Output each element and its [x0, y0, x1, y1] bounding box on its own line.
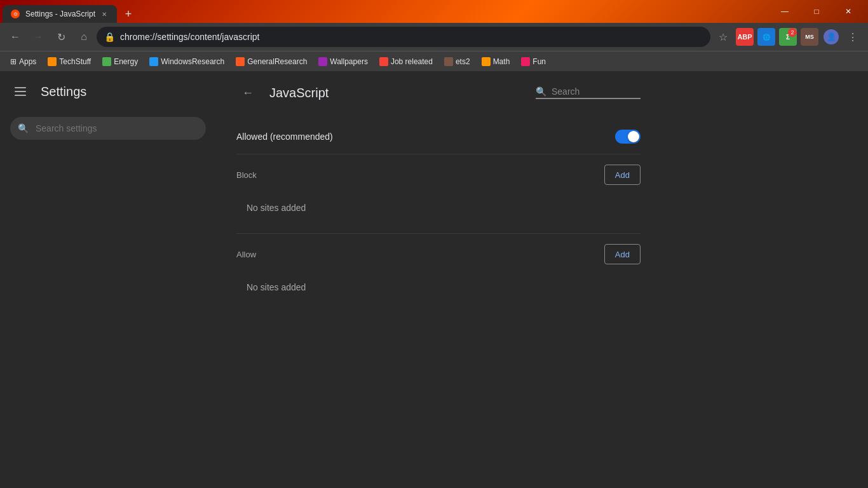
settings-main-content: ← JavaScript 🔍 Allowed (recommended) Blo…	[216, 71, 868, 488]
techstuff-favicon	[48, 57, 57, 66]
bookmark-wallpapers-label: Wallpapers	[330, 57, 368, 66]
extension-badge: 2	[788, 28, 797, 37]
bookmark-generalresearch[interactable]: GeneralResearch	[231, 55, 312, 69]
ets2-favicon	[444, 57, 453, 66]
address-text: chrome://settings/content/javascript	[120, 32, 259, 42]
math-favicon	[482, 57, 491, 66]
title-bar: ⚙ Settings - JavaScript ✕ + — □ ✕	[0, 0, 868, 23]
javascript-page-header: ← JavaScript 🔍	[236, 81, 641, 104]
bookmark-windowsresearch[interactable]: WindowsResearch	[144, 55, 229, 69]
toolbar-icons: ☆ ABP 🌐 Σ 2 MS 👤 ⋮	[713, 27, 863, 47]
allow-empty-message: No sites added	[236, 272, 641, 302]
forward-button[interactable]: →	[28, 27, 48, 47]
allow-section-header: Allow Add	[236, 244, 641, 264]
settings-header: Settings	[0, 71, 216, 112]
bookmark-apps[interactable]: ⊞ Apps	[5, 55, 41, 69]
windowsresearch-favicon	[149, 57, 158, 66]
browser-content: Settings 🔍 ← JavaScript 🔍 Allowed (re	[0, 71, 868, 488]
navigation-bar: ← → ↻ ⌂ 🔒 chrome://settings/content/java…	[0, 23, 868, 51]
javascript-page-title: JavaScript	[269, 86, 526, 100]
window-controls: — □ ✕	[765, 0, 868, 23]
tab-strip: ⚙ Settings - JavaScript ✕ +	[0, 0, 765, 23]
bookmark-apps-label: Apps	[19, 57, 36, 66]
allow-label: Allow	[236, 250, 256, 259]
wallpapers-favicon	[318, 57, 327, 66]
bookmark-jobreleated-label: Job releated	[391, 57, 433, 66]
new-tab-button[interactable]: +	[119, 5, 137, 23]
allow-section: Allow Add No sites added	[236, 244, 641, 302]
bookmark-techstuff-label: TechStuff	[59, 57, 91, 66]
extension-icon-3[interactable]: MS	[799, 27, 820, 47]
settings-sidebar: Settings 🔍	[0, 71, 216, 488]
bookmark-math[interactable]: Math	[477, 55, 515, 69]
bookmark-star-button[interactable]: ☆	[713, 27, 733, 47]
allow-add-button[interactable]: Add	[604, 244, 641, 264]
javascript-settings-page: ← JavaScript 🔍 Allowed (recommended) Blo…	[216, 71, 661, 323]
profile-button[interactable]: 👤	[821, 27, 841, 47]
bookmark-windowsresearch-label: WindowsResearch	[161, 57, 224, 66]
apps-grid-icon: ⊞	[10, 57, 17, 66]
maximize-button[interactable]: □	[802, 0, 831, 23]
bookmark-energy[interactable]: Energy	[97, 55, 143, 69]
bookmark-math-label: Math	[493, 57, 510, 66]
address-bar[interactable]: 🔒 chrome://settings/content/javascript	[97, 27, 710, 47]
javascript-search-input[interactable]	[552, 86, 641, 97]
tab-title: Settings - JavaScript	[25, 10, 95, 18]
bookmark-ets2[interactable]: ets2	[439, 55, 475, 69]
tab-favicon-circle: ⚙	[11, 10, 20, 18]
search-settings-container: 🔍	[0, 112, 216, 145]
allowed-section: Allowed (recommended)	[236, 119, 641, 154]
search-settings-wrapper: 🔍	[10, 117, 206, 140]
block-empty-message: No sites added	[236, 193, 641, 223]
tab-favicon: ⚙	[10, 9, 20, 19]
block-add-button[interactable]: Add	[604, 165, 641, 185]
close-button[interactable]: ✕	[834, 0, 863, 23]
search-settings-input[interactable]	[10, 117, 206, 140]
address-path: /content/javascript	[188, 32, 260, 42]
refresh-button[interactable]: ↻	[51, 27, 71, 47]
extension-icon-2[interactable]: Σ 2	[778, 27, 798, 47]
javascript-toggle[interactable]	[615, 130, 641, 144]
settings-page-title: Settings	[41, 85, 86, 99]
bookmark-wallpapers[interactable]: Wallpapers	[313, 55, 373, 69]
jobreleated-favicon	[379, 57, 388, 66]
javascript-page-search[interactable]: 🔍	[536, 86, 641, 99]
bookmark-energy-label: Energy	[114, 57, 138, 66]
hamburger-menu-button[interactable]	[10, 81, 31, 102]
block-section: Block Add No sites added	[236, 165, 641, 223]
address-scheme: chrome://	[120, 32, 157, 42]
active-tab[interactable]: ⚙ Settings - JavaScript ✕	[3, 5, 117, 23]
bookmark-techstuff[interactable]: TechStuff	[43, 55, 96, 69]
chrome-menu-button[interactable]: ⋮	[843, 27, 863, 47]
lock-icon: 🔒	[104, 32, 115, 42]
bookmark-fun[interactable]: Fun	[516, 55, 551, 69]
abp-extension-icon[interactable]: ABP	[735, 27, 755, 47]
minimize-button[interactable]: —	[770, 0, 799, 23]
generalresearch-favicon	[236, 57, 245, 66]
address-domain: settings	[157, 32, 187, 42]
divider	[236, 233, 641, 234]
bookmark-fun-label: Fun	[532, 57, 546, 66]
profile-avatar: 👤	[824, 29, 839, 44]
page-search-icon: 🔍	[536, 86, 546, 97]
javascript-back-button[interactable]: ←	[236, 81, 259, 104]
fun-favicon	[521, 57, 530, 66]
block-label: Block	[236, 170, 257, 180]
abp-icon: ABP	[736, 28, 754, 46]
toggle-knob	[628, 131, 639, 142]
hamburger-line-1	[15, 87, 26, 88]
back-button[interactable]: ←	[5, 27, 25, 47]
extension-icon-1[interactable]: 🌐	[756, 27, 776, 47]
bookmark-jobreleated[interactable]: Job releated	[374, 55, 438, 69]
energy-favicon	[102, 57, 111, 66]
bookmark-generalresearch-label: GeneralResearch	[247, 57, 307, 66]
home-button[interactable]: ⌂	[74, 27, 94, 47]
search-settings-icon: 🔍	[18, 123, 29, 133]
hamburger-line-2	[15, 91, 26, 92]
block-section-header: Block Add	[236, 165, 641, 185]
ext1-icon: 🌐	[757, 28, 775, 46]
tab-close-button[interactable]: ✕	[99, 9, 109, 19]
hamburger-line-3	[15, 95, 26, 96]
bookmark-ets2-label: ets2	[456, 57, 470, 66]
ext3-icon: MS	[801, 28, 818, 46]
